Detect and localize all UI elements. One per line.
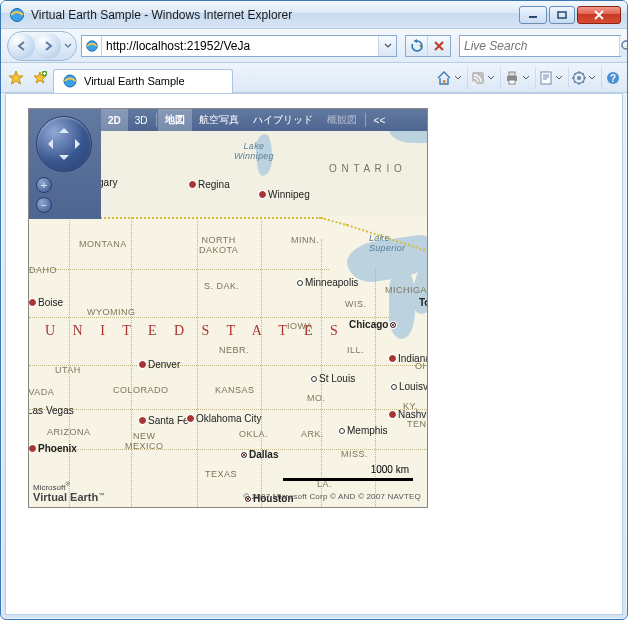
feeds-button[interactable] — [467, 67, 498, 89]
city-lasvegas: Las Vegas — [28, 405, 74, 416]
city-phoenix: Phoenix — [29, 443, 77, 454]
tab-title: Virtual Earth Sample — [84, 75, 185, 87]
svg-point-4 — [622, 41, 628, 49]
favorites-star-button[interactable] — [5, 67, 27, 89]
label-texas: TEXAS — [205, 469, 237, 479]
city-santafe: Santa Fe — [139, 415, 189, 426]
svg-rect-12 — [541, 72, 551, 84]
command-bar: Virtual Earth Sample ? — [1, 63, 627, 93]
chevron-down-icon — [588, 75, 596, 81]
pan-east-icon[interactable] — [75, 139, 85, 149]
label-ark: ARK. — [301, 429, 324, 439]
map-style-birdseye[interactable]: 概観図 — [320, 109, 364, 131]
label-miss: MISS. — [341, 449, 368, 459]
city-toronto: To — [419, 297, 428, 308]
city-memphis: Memphis — [339, 425, 388, 436]
minimize-button[interactable] — [519, 6, 547, 24]
maximize-button[interactable] — [549, 6, 575, 24]
window-title: Virtual Earth Sample - Windows Internet … — [31, 8, 517, 22]
zoom-in-button[interactable]: + — [36, 177, 52, 193]
window-controls — [517, 6, 621, 24]
zoom-controls: + − — [36, 177, 52, 217]
add-favorite-button[interactable] — [29, 67, 51, 89]
refresh-button[interactable] — [406, 36, 428, 56]
zoom-out-button[interactable]: − — [36, 197, 52, 213]
command-bar-right: ? — [433, 67, 623, 89]
back-button[interactable] — [9, 33, 35, 59]
label-mich: MICHIGAN — [385, 285, 428, 295]
browser-window: Virtual Earth Sample - Windows Internet … — [0, 0, 628, 620]
help-button[interactable]: ? — [601, 67, 623, 89]
map-copyright: © 2007 Microsoft Corp © AND © 2007 NAVTE… — [243, 492, 421, 501]
tools-menu-button[interactable] — [568, 67, 599, 89]
city-stlouis: St Louis — [311, 373, 355, 384]
city-winnipeg: Winnipeg — [259, 189, 310, 200]
label-wis: WIS. — [345, 299, 367, 309]
pan-north-icon[interactable] — [59, 123, 69, 133]
page-menu-button[interactable] — [535, 67, 566, 89]
map-collapse-toolbar[interactable]: << — [367, 109, 393, 131]
label-utah: UTAH — [55, 365, 81, 375]
svg-rect-2 — [558, 12, 566, 18]
close-button[interactable] — [577, 6, 621, 24]
label-nevada: NEVADA — [28, 387, 54, 397]
svg-rect-7 — [443, 80, 446, 84]
label-kansas: KANSAS — [215, 385, 255, 395]
map-style-hybrid[interactable]: ハイブリッド — [246, 109, 320, 131]
label-ndak: NORTH DAKOTA — [199, 235, 238, 255]
chevron-down-icon — [522, 75, 530, 81]
city-okc: Oklahoma City — [187, 413, 262, 424]
label-country-us: U N I T E D S T A T E S — [45, 323, 345, 339]
label-nm: NEW MEXICO — [125, 431, 164, 451]
titlebar: Virtual Earth Sample - Windows Internet … — [1, 1, 627, 29]
label-ill: ILL. — [347, 345, 364, 355]
virtual-earth-map[interactable]: O N T A R I O Lake Winnipeg Lake Superio… — [28, 108, 428, 508]
search-button[interactable] — [619, 36, 628, 56]
map-style-road[interactable]: 地図 — [158, 109, 192, 131]
svg-rect-1 — [529, 16, 537, 18]
ie-favicon — [9, 7, 25, 23]
label-sdak: S. DAK. — [204, 281, 240, 291]
label-montana: MONTANA — [79, 239, 127, 249]
chevron-down-icon — [555, 75, 563, 81]
chevron-down-icon — [487, 75, 495, 81]
map-view-2d[interactable]: 2D — [101, 109, 128, 131]
refresh-stop-group — [405, 35, 451, 57]
city-indianapolis: Indianap — [389, 353, 428, 364]
stop-button[interactable] — [428, 36, 450, 56]
map-view-3d[interactable]: 3D — [128, 109, 155, 131]
page-content: O N T A R I O Lake Winnipeg Lake Superio… — [5, 93, 623, 615]
svg-point-14 — [577, 76, 581, 80]
city-regina: Regina — [189, 179, 230, 190]
url-input[interactable] — [102, 36, 378, 56]
label-idaho: DAHO — [29, 265, 57, 275]
city-minneapolis: Minneapolis — [297, 277, 358, 288]
map-style-aerial[interactable]: 航空写真 — [192, 109, 246, 131]
label-lake-superior: Lake Superior — [369, 233, 405, 253]
chevron-down-icon — [454, 75, 462, 81]
home-button[interactable] — [433, 67, 465, 89]
scale-bar — [283, 478, 413, 481]
label-minn: MINN. — [291, 235, 319, 245]
print-button[interactable] — [500, 67, 533, 89]
forward-button[interactable] — [35, 33, 61, 59]
label-nebr: NEBR. — [219, 345, 249, 355]
svg-text:?: ? — [609, 73, 615, 84]
scale-label: 1000 km — [371, 464, 409, 475]
label-arizona: ARIZONA — [47, 427, 91, 437]
map-compass[interactable] — [36, 116, 92, 172]
map-nav-panel: + − — [29, 109, 101, 219]
tab-favicon — [62, 73, 78, 89]
pan-south-icon[interactable] — [59, 155, 69, 165]
label-lake-winnipeg: Lake Winnipeg — [234, 141, 274, 161]
pan-west-icon[interactable] — [43, 139, 53, 149]
browser-tab[interactable]: Virtual Earth Sample — [53, 69, 233, 93]
url-dropdown[interactable] — [378, 36, 396, 56]
address-bar — [81, 35, 397, 57]
label-colorado: COLORADO — [113, 385, 169, 395]
city-denver: Denver — [139, 359, 180, 370]
svg-rect-10 — [509, 72, 515, 76]
search-input[interactable] — [460, 39, 619, 53]
city-chicago: Chicago — [349, 319, 398, 330]
recent-pages-dropdown[interactable] — [61, 33, 75, 59]
